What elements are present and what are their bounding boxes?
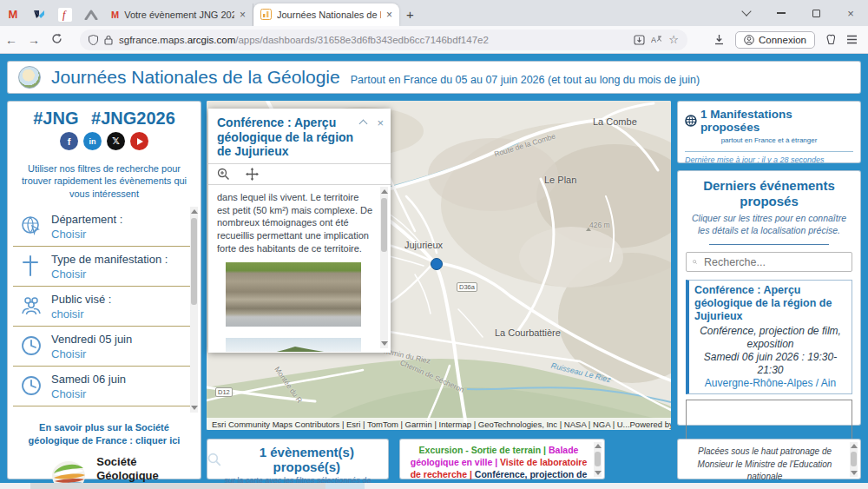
close-window-button[interactable]: × [833,0,868,26]
powered-by-esri: Powered by Esri [630,420,671,429]
tab-dashboard[interactable]: Journées Nationales de la Géol × [253,3,399,26]
url-domain-prefix: sgfrance.maps. [119,35,187,45]
close-icon[interactable]: × [240,9,246,21]
popup-description: dans lequel ils vivent. Le territoire es… [217,191,373,256]
filters-sidebar: #JNG #JNG2026 f in 𝕏 Utiliser nos filtre… [7,101,201,479]
tab-list-button[interactable] [729,0,764,26]
social-links: f in 𝕏 [13,132,195,150]
connexion-button[interactable]: Connexion [735,31,815,49]
scroll-thumb[interactable] [595,452,601,466]
collapse-icon[interactable] [359,120,368,129]
url-text[interactable]: sgfrance.maps.arcgis.com/apps/dashboards… [119,35,628,45]
event-marker[interactable] [431,259,443,270]
scroll-up-icon[interactable] [381,189,388,194]
filter-samedi-06[interactable]: Samedi 06 juinChoisir [13,367,195,406]
popup-content[interactable]: dans lequel ils vivent. Le territoire es… [208,185,391,352]
filter-label: Département : [51,212,122,228]
extension-icon[interactable] [825,34,836,45]
minimize-button[interactable] [764,0,799,26]
event-title-link[interactable]: Conférence : Aperçu géologique de la rég… [694,284,846,323]
filter-choisir-link[interactable]: Choisir [51,347,132,360]
x-twitter-icon[interactable]: 𝕏 [107,132,125,150]
scroll-thumb[interactable] [381,198,387,252]
pinned-tab-bird[interactable] [26,3,52,26]
filter-choisir-link[interactable]: choisir [51,307,111,320]
events-card-subtitle: Cliquer sur les titres pour en connaître… [686,213,852,236]
hashtags: #JNG #JNG2026 [13,109,195,129]
menu-icon[interactable] [846,35,858,44]
filter-type-manifestation[interactable]: Type de manifestation :Choisir [13,247,195,287]
browser-window: M f M Votre évènement JNG 2026 est × Jou… [0,0,868,489]
filter-departement[interactable]: Département :Choisir [13,207,195,247]
pinned-tab-gmail[interactable]: M [0,3,26,26]
filter-choisir-link[interactable]: Choisir [51,228,122,241]
dashboard-header: Journées Nationales de la Géologie Parto… [7,61,861,94]
last-update-text: Dernière mise à jour : il y a 28 seconde… [685,155,853,164]
page-subtitle: Partout en France du 05 au 07 juin 2026 … [351,69,700,86]
legend-card: Excursion - Sortie de terrain | Balade g… [399,439,605,479]
latest-events-card: Derniers événements proposés Cliquer sur… [677,170,861,426]
search-input[interactable] [702,255,845,269]
reload-button[interactable] [45,33,68,47]
back-button[interactable]: ← [0,33,23,47]
page-title: Journées Nationales de la Géologie [51,67,340,88]
popup-scrollbar[interactable] [380,187,388,348]
event-list-item[interactable]: Conférence : Aperçu géologique de la rég… [686,280,852,394]
legend-separator: | [541,445,549,455]
divider [685,151,853,152]
map-label-la-combe: La Combe [593,116,637,127]
filter-choisir-link[interactable]: Choisir [51,387,126,400]
youtube-icon[interactable] [130,132,148,150]
filter-vendredi-05[interactable]: Vendredi 05 juinChoisir [13,327,195,367]
people-icon [20,294,43,317]
pan-icon[interactable] [246,168,259,181]
legend-scrollbar[interactable] [594,442,602,477]
tab-title: Journées Nationales de la Géol [277,10,381,20]
manifestations-count-card: 1 Manifestations proposées partout en Fr… [677,101,861,163]
filters-scrollbar[interactable] [190,207,198,413]
minimize-icon [777,12,786,14]
f-icon: f [58,8,72,22]
facebook-icon[interactable]: f [60,132,78,150]
scroll-up-icon[interactable] [595,444,602,448]
filter-public-vise[interactable]: Public visé :choisir [13,287,195,327]
scroll-up-icon[interactable] [191,209,198,214]
scroll-thumb[interactable] [191,218,197,305]
legend-separator: | [467,469,475,479]
close-icon[interactable]: × [386,9,392,21]
translate-icon[interactable]: A [651,35,662,45]
popup-title[interactable]: Conférence : Aperçu géologique de la rég… [217,116,360,159]
pinned-tab-f[interactable]: f [52,3,78,26]
svg-text:A: A [651,36,656,44]
downloads-icon[interactable] [713,34,725,45]
lock-icon[interactable] [104,35,113,45]
scroll-down-icon[interactable] [381,341,388,346]
forward-button[interactable]: → [23,33,45,47]
filter-choisir-link[interactable]: Choisir [51,268,168,281]
bookmark-star-icon[interactable]: ☆ [668,33,679,46]
scroll-thumb[interactable] [851,452,857,466]
pinned-tab-mountain[interactable] [78,3,104,26]
close-icon[interactable]: × [377,119,384,128]
scroll-down-icon[interactable] [595,471,602,475]
dashboard-favicon [260,9,272,20]
globe-counter-icon [685,115,697,127]
scroll-down-icon[interactable] [851,471,858,475]
scroll-up-icon[interactable] [851,444,858,448]
zoom-to-icon[interactable] [217,168,230,181]
search-box[interactable] [686,252,852,272]
new-tab-button[interactable]: + [406,7,414,22]
address-bar[interactable]: sgfrance.maps.arcgis.com/apps/dashboards… [80,30,687,50]
taskbar-segment [30,483,326,489]
gmail-icon: M [111,10,119,20]
save-page-icon[interactable] [634,35,645,45]
linkedin-icon[interactable]: in [83,132,102,150]
scroll-down-icon[interactable] [191,406,198,410]
sgf-more-info-link[interactable]: En savoir plus sur la Société géologique… [13,421,195,448]
shield-icon[interactable] [89,35,98,45]
maximize-button[interactable] [799,0,833,26]
tab-jng-email[interactable]: M Votre évènement JNG 2026 est × [104,3,253,26]
patronage-scrollbar[interactable] [850,442,858,477]
filter-label: Public visé : [51,292,111,307]
reload-icon [51,33,62,44]
